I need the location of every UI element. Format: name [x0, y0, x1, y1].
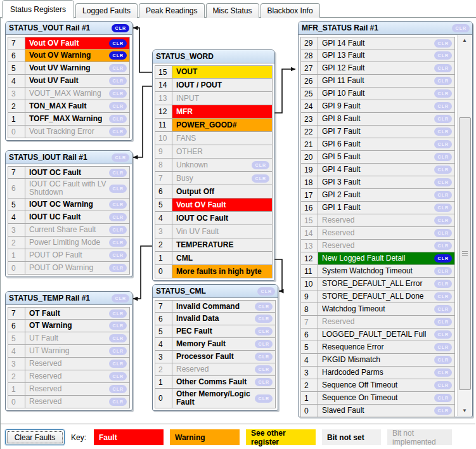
clr-button: CLR: [434, 343, 452, 351]
bit-number: 4: [8, 345, 25, 357]
bit-number: 16: [301, 202, 318, 214]
bit-number: 1: [8, 249, 25, 261]
bit-row-body: IOUT OC Fault with LV ShutdownCLR: [25, 179, 129, 198]
clr-button[interactable]: CLR: [109, 51, 127, 60]
bit-row-body: ReservedCLR: [172, 363, 275, 375]
bit-number: 13: [155, 92, 172, 105]
panel-title: STATUS_IOUT Rail #1: [9, 153, 87, 162]
bit-row: 21GPI 6 FaultCLR: [300, 138, 455, 151]
bit-row-body: Watchdog TimeoutCLR: [318, 303, 454, 315]
clr-button: CLR: [109, 264, 127, 272]
bit-number: 1: [155, 252, 172, 264]
bit-number: 15: [155, 66, 172, 78]
bit-row: 7Invalid CommandCLR: [155, 300, 276, 313]
key-label: Key:: [71, 433, 86, 442]
bit-row-body: UT WarningCLR: [25, 345, 129, 357]
bit-row: 13ReservedCLR: [300, 240, 455, 252]
bit-number: 6: [8, 49, 25, 62]
bit-row: 8UnknownCLR: [155, 159, 273, 172]
bit-row: 27GPI 12 FaultCLR: [300, 62, 455, 75]
panel-title: STATUS_CML: [156, 287, 206, 296]
mfr-status-scrollbar: ▲ ▼: [457, 35, 472, 416]
bit-label: PKGID Mismatch: [322, 356, 432, 364]
bit-row-body: GPI 5 FaultCLR: [318, 151, 454, 163]
clr-button: CLR: [434, 356, 452, 364]
clr-button: CLR: [434, 153, 452, 161]
bit-number: 3: [8, 88, 25, 100]
bit-row: 14IOUT / POUT: [155, 79, 273, 92]
clr-button: CLR: [109, 185, 127, 193]
clr-button[interactable]: CLR: [112, 24, 129, 32]
clr-button: CLR: [109, 251, 127, 259]
bit-label: IOUT / POUT: [176, 81, 269, 89]
bit-number: 1: [8, 383, 25, 395]
bit-number: 22: [301, 126, 318, 138]
bit-label: OT Warning: [29, 322, 106, 330]
bit-number: 6: [8, 320, 25, 332]
tab-peak-readings[interactable]: Peak Readings: [139, 3, 204, 18]
clr-button[interactable]: CLR: [434, 254, 452, 263]
bit-row-body: Sequence Off TimeoutCLR: [318, 379, 454, 391]
bit-label: POWER_GOOD#: [176, 121, 269, 129]
clr-button: CLR: [109, 89, 127, 98]
bit-number: 2: [8, 100, 25, 112]
bit-row-body: TEMPERATURE: [172, 238, 272, 251]
bit-row-body: POUT OP WarningCLR: [25, 262, 129, 274]
bit-label: Unknown: [176, 161, 249, 169]
bit-number: 10: [155, 132, 172, 145]
bit-label: Vout OV Warning: [29, 51, 106, 60]
bit-number: 28: [301, 49, 318, 62]
bit-row-body: Other Comms FaultCLR: [172, 376, 275, 388]
bit-number: 17: [301, 189, 318, 201]
bit-label: GPI 7 Fault: [322, 127, 432, 136]
scrollbar-thumb[interactable]: [459, 117, 471, 390]
clr-button: CLR: [255, 378, 273, 386]
bit-label: Invalid Command: [176, 303, 252, 311]
bit-row-body: Vout OV FaultCLR: [25, 37, 129, 49]
clear-faults-button[interactable]: Clear Faults: [5, 429, 65, 445]
bit-row: 22GPI 7 FaultCLR: [300, 126, 455, 138]
clr-button: CLR: [434, 39, 452, 48]
bit-row-body: GPI 7 FaultCLR: [318, 126, 454, 138]
bit-row-body: OT FaultCLR: [25, 308, 129, 319]
bit-row: 0More faults in high byte: [155, 265, 273, 278]
bit-row-body: GPI 13 FaultCLR: [318, 49, 454, 62]
bit-row-body: Invalid DataCLR: [172, 313, 275, 325]
bit-number: 3: [8, 224, 25, 236]
tab-status-registers[interactable]: Status Registers: [2, 0, 74, 18]
bit-row: 7BusyCLR: [155, 172, 273, 185]
bit-row: 4Vout UV FaultCLR: [8, 75, 130, 88]
bit-number: 15: [301, 214, 318, 226]
clr-button[interactable]: CLR: [109, 39, 127, 48]
bit-label: Vout UV Fault: [29, 77, 106, 85]
clr-button: CLR: [434, 115, 452, 123]
bit-label: Other Memory/Logic Fault: [176, 390, 252, 407]
bit-row-body: ReservedCLR: [318, 227, 454, 239]
tab-misc-status[interactable]: Misc Status: [206, 3, 259, 18]
bit-row-body: GPI 14 FaultCLR: [318, 37, 454, 49]
clr-button: CLR: [109, 385, 127, 393]
bit-number: 0: [8, 126, 25, 138]
bit-row: 23GPI 8 FaultCLR: [300, 113, 455, 126]
tab-logged-faults[interactable]: Logged Faults: [75, 3, 138, 18]
scrollbar-up-icon[interactable]: ▲: [458, 35, 472, 46]
bit-number: 25: [301, 88, 318, 100]
bit-row: 24GPI 9 FaultCLR: [300, 100, 455, 113]
bit-number: 6: [8, 179, 25, 198]
bit-row: 4PKGID MismatchCLR: [300, 354, 455, 367]
panel-header: STATUS_TEMP Rail #1CLR: [6, 292, 132, 305]
scrollbar-down-icon[interactable]: ▼: [458, 405, 472, 416]
clr-button: CLR: [109, 115, 127, 123]
bit-row: 11POWER_GOOD#: [155, 119, 273, 132]
tab-blackbox-info[interactable]: Blackbox Info: [261, 3, 320, 18]
bit-label: TOFF_MAX Warning: [29, 115, 106, 123]
bit-number: 5: [8, 198, 25, 211]
clr-button: CLR: [434, 292, 452, 301]
clr-button: CLR: [452, 24, 470, 32]
bit-label: IOUT OC Fault: [176, 214, 269, 223]
bit-row: 5Vout OV Fault: [155, 198, 273, 212]
key-item-fault: Fault: [94, 429, 164, 445]
bit-row-body: INPUT: [172, 92, 272, 105]
bit-number: 11: [301, 265, 318, 277]
bit-row: 1TOFF_MAX WarningCLR: [8, 113, 130, 126]
